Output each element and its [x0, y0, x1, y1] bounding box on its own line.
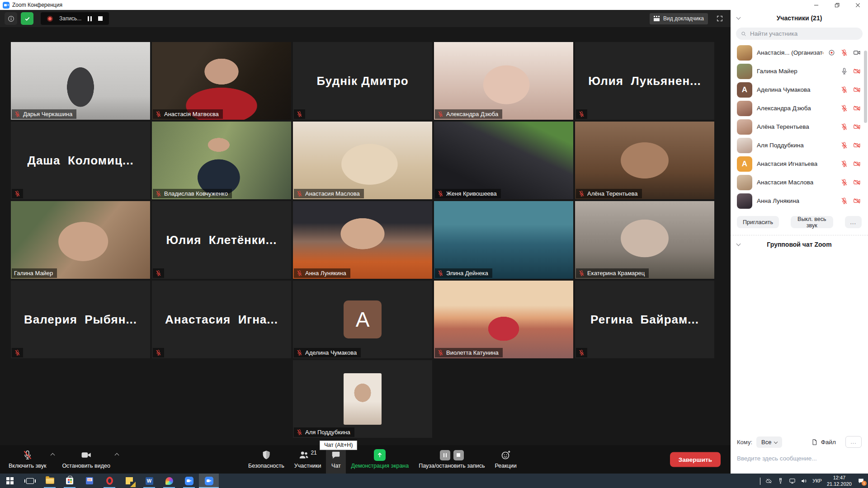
chat-message-input[interactable]: Введите здесь сообщение... — [737, 455, 862, 462]
video-tile[interactable]: Даша Коломиц... — [11, 122, 150, 199]
collapse-chat-chevron-icon[interactable] — [736, 242, 741, 246]
attach-file-button[interactable]: Файл — [811, 439, 836, 446]
opera-icon — [106, 477, 113, 485]
participant-row[interactable]: Анастасія... (Организатор, я) — [731, 43, 868, 62]
participant-row[interactable]: Александра Дзюба — [731, 99, 868, 117]
participant-display-name: Юлия Клетёнки... — [152, 201, 291, 279]
pause-stop-recording-button[interactable]: Пауза/остановить запись — [414, 445, 490, 474]
participant-row[interactable]: Аля Поддубкина — [731, 136, 868, 155]
reactions-button[interactable]: Реакции — [490, 445, 522, 474]
video-tile[interactable]: Буднік Дмитро — [293, 42, 432, 120]
video-tile[interactable]: Владислав Ковчуженко — [152, 122, 291, 199]
video-tile[interactable]: Элина Дейнека — [434, 201, 573, 279]
fullscreen-icon — [716, 15, 723, 22]
task-view-button[interactable] — [20, 474, 40, 488]
paint-app-button[interactable] — [159, 474, 179, 488]
participant-video — [152, 42, 291, 120]
mute-all-button[interactable]: Выкл. весь звук — [791, 216, 833, 228]
tray-overflow-button[interactable] — [760, 478, 760, 484]
more-options-button[interactable]: ... — [845, 216, 862, 228]
meeting-info-button[interactable] — [5, 12, 17, 25]
participant-video — [11, 201, 150, 279]
date: 21.12.2020 — [827, 481, 852, 487]
video-tile[interactable]: Валерия Рыбян... — [11, 281, 150, 358]
chat-more-button[interactable]: ... — [845, 436, 862, 448]
action-center-button[interactable]: 1 — [858, 478, 864, 484]
send-to-dropdown[interactable]: Все — [756, 436, 782, 448]
video-tile[interactable]: Юлия Лукьянен... — [575, 42, 714, 120]
video-tile[interactable]: Аля Поддубкина — [293, 360, 432, 438]
video-tile[interactable]: Женя Кривошеева — [434, 122, 573, 199]
video-tile[interactable]: Анна Лунякина — [293, 201, 432, 279]
video-tile[interactable]: Екатерина Крамарец — [575, 201, 714, 279]
notification-badge: 1 — [862, 481, 867, 486]
mic-muted-icon — [296, 429, 303, 436]
video-tile[interactable]: Дарья Черкашина — [11, 42, 150, 120]
minimize-button[interactable] — [806, 0, 826, 10]
participant-nameplate: Анна Лунякина — [294, 268, 350, 278]
usb-tray-icon[interactable] — [777, 478, 784, 484]
sticky-notes-button[interactable] — [119, 474, 139, 488]
zoom-active-window-button[interactable] — [199, 474, 219, 488]
camera-off-icon — [853, 160, 861, 168]
participant-nameplate — [294, 109, 305, 119]
start-button[interactable] — [0, 474, 20, 488]
zoom-taskbar-button[interactable] — [179, 474, 199, 488]
pause-recording-button[interactable] — [88, 16, 92, 21]
network-tray-icon[interactable] — [789, 478, 796, 484]
close-button[interactable] — [847, 0, 868, 10]
participant-search[interactable] — [736, 28, 863, 40]
file-explorer-button[interactable] — [40, 474, 60, 488]
encryption-status-button[interactable] — [21, 12, 33, 25]
participants-scrollbar[interactable] — [864, 51, 867, 123]
participant-row[interactable]: Алёна Терентьева — [731, 117, 868, 136]
recording-indicator: Запись... — [41, 12, 109, 25]
fullscreen-button[interactable] — [713, 12, 726, 25]
chevron-up-icon — [760, 478, 760, 485]
participant-row[interactable]: Анастасия Маслова — [731, 173, 868, 192]
collapse-participants-chevron-icon[interactable] — [736, 15, 741, 20]
participants-panel-title: Участники (21) — [777, 14, 822, 22]
avatar — [737, 175, 752, 190]
zoom-app-icon — [3, 2, 9, 9]
avatar — [737, 64, 752, 79]
video-tile[interactable]: Регина Байрам... — [575, 281, 714, 358]
microsoft-store-button[interactable] — [60, 474, 80, 488]
audio-options-chevron[interactable] — [51, 453, 55, 458]
onedrive-tray-icon[interactable] — [765, 478, 772, 484]
video-tile-active-speaker[interactable]: Галина Майер — [11, 201, 150, 279]
participant-display-name: Даша Коломиц... — [11, 122, 150, 199]
taskbar-clock[interactable]: 12:47 21.12.2020 — [827, 474, 852, 488]
invite-button[interactable]: Пригласить — [737, 216, 779, 228]
speaker-view-button[interactable]: Вид докладчика — [650, 13, 708, 24]
participant-row[interactable]: А Анастасия Игнатьева — [731, 155, 868, 173]
end-meeting-button[interactable]: Завершить — [670, 452, 721, 467]
save-app-button[interactable] — [80, 474, 99, 488]
unmute-button[interactable]: Включить звук — [4, 445, 51, 474]
participant-row[interactable]: Галина Майер — [731, 62, 868, 80]
participant-video — [11, 42, 150, 120]
restore-button[interactable] — [826, 0, 847, 10]
windows-taskbar: W УКР 12:47 21.12.2020 1 — [0, 474, 868, 488]
participant-row[interactable]: Анна Лунякина — [731, 192, 868, 210]
search-input[interactable] — [750, 30, 858, 37]
video-tile[interactable]: А Аделина Чумакова — [293, 281, 432, 358]
video-tile[interactable]: Александра Дзюба — [434, 42, 573, 120]
mic-muted-icon — [840, 178, 848, 186]
language-indicator[interactable]: УКР — [812, 478, 822, 483]
word-button[interactable]: W — [139, 474, 159, 488]
video-tile[interactable]: Анастасія Матвєєва — [152, 42, 291, 120]
video-tile[interactable]: Виолетта Катунина — [434, 281, 573, 358]
volume-tray-icon[interactable] — [801, 478, 807, 484]
opera-button[interactable] — [99, 474, 119, 488]
security-button[interactable]: Безопасность — [243, 445, 289, 474]
video-tile[interactable]: Алёна Терентьева — [575, 122, 714, 199]
participant-row[interactable]: А Аделина Чумакова — [731, 80, 868, 99]
video-tile[interactable]: Анастасия Игна... — [152, 281, 291, 358]
video-tile[interactable]: Анастасия Маслова — [293, 122, 432, 199]
video-options-chevron[interactable] — [114, 453, 119, 458]
video-tile[interactable]: Юлия Клетёнки... — [152, 201, 291, 279]
mic-muted-icon — [155, 190, 162, 197]
stop-recording-button[interactable] — [98, 16, 103, 21]
stop-video-button[interactable]: Остановить видео — [57, 445, 115, 474]
